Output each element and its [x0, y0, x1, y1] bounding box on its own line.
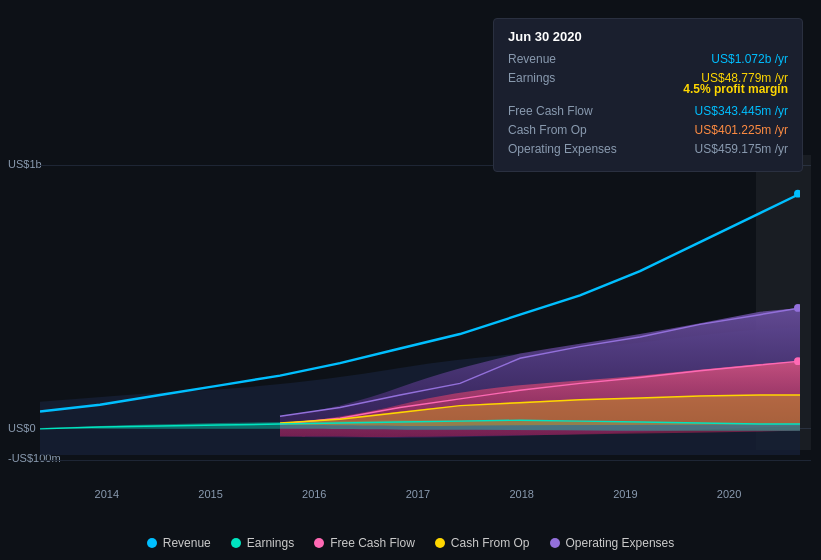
legend-dot-fcf	[314, 538, 324, 548]
legend-item-revenue[interactable]: Revenue	[147, 536, 211, 550]
grid-line-neg	[40, 460, 811, 461]
legend-label-fcf: Free Cash Flow	[330, 536, 415, 550]
legend-label-cashfromop: Cash From Op	[451, 536, 530, 550]
legend-item-earnings[interactable]: Earnings	[231, 536, 294, 550]
legend-dot-earnings	[231, 538, 241, 548]
tooltip-opex-row: Operating Expenses US$459.175m /yr	[508, 142, 788, 156]
tooltip-revenue-label: Revenue	[508, 52, 618, 66]
tooltip-earnings-row: Earnings US$48.779m /yr 4.5% profit marg…	[508, 71, 788, 99]
x-label-2018: 2018	[509, 488, 533, 500]
tooltip-opex-label: Operating Expenses	[508, 142, 618, 156]
legend-dot-revenue	[147, 538, 157, 548]
tooltip-cashfromop-label: Cash From Op	[508, 123, 618, 137]
tooltip-fcf-label: Free Cash Flow	[508, 104, 618, 118]
x-label-2017: 2017	[406, 488, 430, 500]
x-label-2020: 2020	[717, 488, 741, 500]
x-label-2014: 2014	[95, 488, 119, 500]
x-label-2015: 2015	[198, 488, 222, 500]
tooltip-revenue-row: Revenue US$1.072b /yr	[508, 52, 788, 66]
tooltip-fcf-row: Free Cash Flow US$343.445m /yr	[508, 104, 788, 118]
tooltip-fcf-value: US$343.445m /yr	[618, 104, 788, 118]
tooltip-cashfromop-row: Cash From Op US$401.225m /yr	[508, 123, 788, 137]
x-axis-labels: 2014 2015 2016 2017 2018 2019 2020	[0, 488, 821, 500]
legend-dot-cashfromop	[435, 538, 445, 548]
tooltip-earnings-label: Earnings	[508, 71, 618, 85]
tooltip-box: Jun 30 2020 Revenue US$1.072b /yr Earnin…	[493, 18, 803, 172]
chart-svg	[40, 155, 800, 455]
y-label-1b: US$1b	[8, 158, 42, 170]
tooltip-profit-margin: 4.5% profit margin	[683, 82, 788, 96]
y-label-0: US$0	[8, 422, 36, 434]
legend: Revenue Earnings Free Cash Flow Cash Fro…	[0, 536, 821, 550]
chart-container: Jun 30 2020 Revenue US$1.072b /yr Earnin…	[0, 0, 821, 560]
legend-label-earnings: Earnings	[247, 536, 294, 550]
legend-item-fcf[interactable]: Free Cash Flow	[314, 536, 415, 550]
x-label-2019: 2019	[613, 488, 637, 500]
tooltip-revenue-value: US$1.072b /yr	[618, 52, 788, 66]
legend-label-opex: Operating Expenses	[566, 536, 675, 550]
legend-item-cashfromop[interactable]: Cash From Op	[435, 536, 530, 550]
tooltip-title: Jun 30 2020	[508, 29, 788, 44]
legend-item-opex[interactable]: Operating Expenses	[550, 536, 675, 550]
legend-label-revenue: Revenue	[163, 536, 211, 550]
x-label-2016: 2016	[302, 488, 326, 500]
legend-dot-opex	[550, 538, 560, 548]
tooltip-cashfromop-value: US$401.225m /yr	[618, 123, 788, 137]
tooltip-opex-value: US$459.175m /yr	[618, 142, 788, 156]
